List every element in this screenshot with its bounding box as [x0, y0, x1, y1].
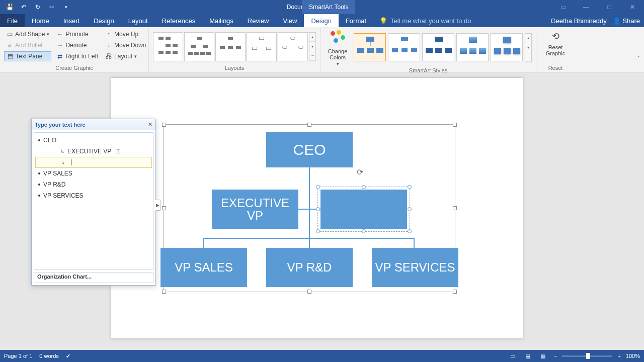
style-thumb[interactable]: [354, 33, 386, 61]
status-bar: Page 1 of 1 0 words ✔ ▭ ▤ ▦ − + 100%: [0, 350, 644, 362]
tab-view[interactable]: View: [276, 14, 304, 27]
reset-graphic-button[interactable]: ⟲Reset Graphic: [540, 29, 571, 64]
tab-design[interactable]: Design: [87, 14, 121, 27]
smartart-node-vpservices[interactable]: VP SERVICES: [372, 248, 458, 287]
tab-mailings[interactable]: Mailings: [202, 14, 240, 27]
share-button[interactable]: 👤 Share: [613, 17, 640, 25]
add-shape-button[interactable]: ▭Add Shape ▾: [4, 29, 51, 39]
text-pane-toggle[interactable]: ▤Text Pane: [4, 51, 51, 61]
tab-references[interactable]: References: [155, 14, 202, 27]
title-bar: 💾 ↶ ↻ ✂ ▾ Document1 - Word SmartArt Tool…: [0, 0, 644, 14]
text-pane-item[interactable]: VP SERVICES: [35, 190, 152, 201]
smartart-node-vprd[interactable]: VP R&D: [266, 248, 353, 287]
text-pane-title: Type your text here: [35, 122, 86, 128]
tab-strip: File Home Insert Design Layout Reference…: [0, 14, 644, 27]
text-pane-footer[interactable]: Organization Chart...: [34, 272, 153, 283]
bulb-icon: 💡: [379, 17, 387, 25]
tab-home[interactable]: Home: [25, 14, 56, 27]
rtl-icon: ⇄: [56, 53, 63, 60]
promote-icon: ←: [56, 31, 63, 38]
minimize-icon[interactable]: —: [575, 0, 598, 14]
move-down-icon: ↓: [105, 42, 112, 49]
style-thumb[interactable]: [491, 33, 523, 61]
context-tab: SmartArt Tools: [302, 0, 355, 14]
add-shape-icon: ▭: [6, 31, 13, 38]
layouts-gallery[interactable]: ▴▾⋯: [153, 29, 316, 64]
smartart-node-ceo[interactable]: CEO: [266, 132, 353, 167]
add-bullet-button: ≡Add Bullet: [4, 40, 51, 50]
collapse-ribbon-icon[interactable]: ˄: [637, 55, 640, 62]
tab-file[interactable]: File: [0, 14, 25, 27]
move-up-icon: ↑: [105, 31, 112, 38]
tab-layout[interactable]: Layout: [121, 14, 155, 27]
text-pane-item[interactable]: VP R&D: [35, 179, 152, 190]
text-pane-collapse-icon[interactable]: ▶: [155, 200, 160, 211]
save-icon[interactable]: 💾: [3, 2, 16, 13]
layout-button[interactable]: 品Layout▾: [103, 51, 148, 61]
tab-smartart-format[interactable]: Format: [339, 14, 373, 27]
view-print-icon[interactable]: ▤: [522, 351, 534, 360]
zoom-slider[interactable]: [562, 355, 612, 357]
text-pane-item[interactable]: CEO: [35, 135, 152, 146]
text-pane-icon: ▤: [7, 53, 14, 60]
text-cursor-icon: Ꮖ: [116, 148, 120, 155]
styles-gallery: ▴▾⋯: [354, 33, 532, 62]
style-thumb[interactable]: [422, 33, 454, 61]
move-down-button[interactable]: ↓Move Down: [103, 40, 148, 50]
node-selection: [317, 187, 410, 232]
layout-thumb[interactable]: [215, 32, 246, 61]
rtl-button[interactable]: ⇄Right to Left: [54, 51, 100, 61]
layouts-more-icon[interactable]: ▴▾⋯: [309, 32, 316, 61]
qat-more-icon[interactable]: ▾: [59, 2, 72, 13]
demote-icon: →: [56, 42, 63, 49]
layout-thumb[interactable]: [184, 32, 214, 61]
undo-icon[interactable]: ↶: [17, 2, 30, 13]
change-colors-button[interactable]: Change Colors▾: [325, 29, 351, 66]
maximize-icon[interactable]: □: [598, 0, 621, 14]
styles-more-icon[interactable]: ▴▾⋯: [525, 33, 532, 62]
smartart-node-vpsales[interactable]: VP SALES: [160, 248, 247, 287]
tab-review[interactable]: Review: [240, 14, 276, 27]
rotate-handle-icon[interactable]: ⟳: [357, 167, 366, 176]
group-create-graphic: Create Graphic: [4, 64, 144, 71]
promote-button[interactable]: ←Promote: [54, 29, 100, 39]
ribbon-options-icon[interactable]: ▭: [551, 0, 575, 14]
text-pane-close-icon[interactable]: ✕: [148, 121, 152, 128]
view-web-icon[interactable]: ▦: [537, 351, 549, 360]
layout-thumb[interactable]: [278, 32, 308, 61]
group-layouts: Layouts: [153, 64, 316, 71]
ribbon: ▭Add Shape ▾ ≡Add Bullet ▤Text Pane ←Pro…: [0, 27, 644, 72]
smartart-node-execvp[interactable]: EXECUTIVE VP: [212, 190, 298, 229]
demote-button[interactable]: →Demote: [54, 40, 100, 50]
view-read-icon[interactable]: ▭: [507, 351, 519, 360]
layout-thumb[interactable]: [153, 32, 183, 61]
text-pane-item[interactable]: ↳EXECUTIVE VPᏆ: [35, 146, 152, 157]
tab-insert[interactable]: Insert: [56, 14, 87, 27]
style-thumb[interactable]: [388, 33, 420, 61]
user-name[interactable]: Geetha Bhimireddy: [550, 17, 606, 25]
text-pane-item-editing[interactable]: ↳: [35, 157, 152, 168]
layout-icon: 品: [105, 52, 112, 61]
add-bullet-icon: ≡: [6, 42, 13, 49]
group-reset: Reset: [540, 64, 571, 71]
status-words[interactable]: 0 words: [39, 353, 59, 359]
reset-icon: ⟲: [548, 29, 562, 43]
zoom-level[interactable]: 100%: [626, 353, 640, 359]
layout-thumb[interactable]: [247, 32, 277, 61]
status-proof-icon[interactable]: ✔: [66, 353, 70, 359]
tell-me-search[interactable]: 💡Tell me what you want to do: [373, 14, 550, 27]
page[interactable]: ⟳ CEO EXECUTIVE VP VP SALES VP R&D VP SE…: [111, 77, 523, 339]
text-pane-list[interactable]: CEO ↳EXECUTIVE VPᏆ ↳ VP SALES VP R&D VP …: [34, 132, 153, 270]
redo-icon[interactable]: ↻: [31, 2, 44, 13]
text-pane-item[interactable]: VP SALES: [35, 168, 152, 179]
text-pane[interactable]: Type your text here✕ CEO ↳EXECUTIVE VPᏆ …: [31, 119, 156, 286]
cut-icon[interactable]: ✂: [45, 2, 58, 13]
move-up-button[interactable]: ↑Move Up: [103, 29, 148, 39]
close-icon[interactable]: ✕: [621, 0, 644, 14]
change-colors-icon: [330, 30, 346, 46]
document-area: ⟳ CEO EXECUTIVE VP VP SALES VP R&D VP SE…: [0, 72, 644, 350]
status-page[interactable]: Page 1 of 1: [4, 353, 32, 359]
style-thumb[interactable]: [456, 33, 489, 61]
tab-smartart-design[interactable]: Design: [304, 14, 338, 27]
